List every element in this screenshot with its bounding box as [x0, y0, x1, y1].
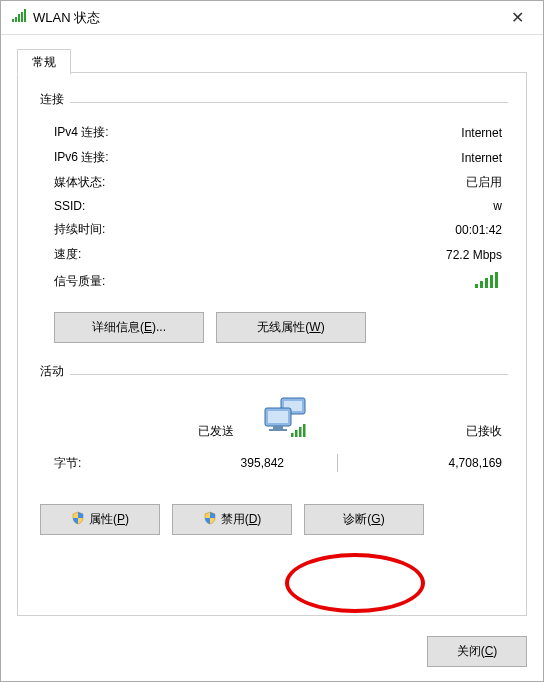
- wifi-signal-icon: [11, 8, 27, 27]
- tab-body-general: 连接 IPv4 连接: Internet IPv6 连接: Internet 媒…: [17, 72, 527, 616]
- value-ipv4: Internet: [234, 126, 508, 140]
- row-ssid: SSID: w: [40, 195, 508, 217]
- window-close-button[interactable]: ✕: [497, 4, 537, 32]
- value-ssid: w: [234, 199, 508, 213]
- label-media: 媒体状态:: [54, 174, 234, 191]
- close-button[interactable]: 关闭(C): [427, 636, 527, 667]
- label-signal: 信号质量:: [54, 273, 234, 290]
- svg-rect-13: [268, 411, 288, 423]
- activity-group-label: 活动: [40, 363, 64, 380]
- svg-rect-15: [269, 429, 287, 431]
- wireless-properties-button[interactable]: 无线属性(W): [216, 312, 366, 343]
- tab-general[interactable]: 常规: [17, 49, 71, 75]
- divider: [337, 454, 338, 472]
- properties-button[interactable]: 属性(P): [40, 504, 160, 535]
- wlan-status-dialog: WLAN 状态 ✕ 常规 连接 IPv4 连接: Internet IPv6 连…: [0, 0, 544, 682]
- window-title: WLAN 状态: [33, 9, 497, 27]
- label-ssid: SSID:: [54, 199, 234, 213]
- activity-recv-label: 已接收: [322, 423, 508, 440]
- row-speed: 速度: 72.2 Mbps: [40, 242, 508, 267]
- properties-button-label: 属性(P): [89, 511, 129, 528]
- disable-button-label: 禁用(D): [221, 511, 262, 528]
- svg-rect-19: [303, 424, 306, 437]
- close-icon: ✕: [511, 8, 524, 27]
- svg-rect-0: [12, 19, 14, 22]
- row-ipv6: IPv6 连接: Internet: [40, 145, 508, 170]
- svg-rect-6: [480, 281, 483, 288]
- connection-group-label: 连接: [40, 91, 64, 108]
- divider: [70, 374, 508, 375]
- svg-rect-2: [18, 14, 20, 22]
- network-computers-icon: [252, 396, 322, 440]
- svg-rect-17: [295, 430, 298, 437]
- dialog-content: 常规 连接 IPv4 连接: Internet IPv6 连接: Interne…: [1, 35, 543, 626]
- row-bytes: 字节: 395,842 4,708,169: [40, 444, 508, 476]
- activity-group-header: 活动: [40, 363, 508, 382]
- close-button-label: 关闭(C): [457, 644, 498, 658]
- diagnose-button[interactable]: 诊断(G): [304, 504, 424, 535]
- uac-shield-icon: [71, 511, 85, 528]
- value-media: 已启用: [234, 174, 508, 191]
- svg-rect-9: [495, 272, 498, 288]
- activity-columns: 已发送: [40, 392, 508, 444]
- details-button-label: 详细信息(E)...: [92, 320, 166, 334]
- disable-button[interactable]: 禁用(D): [172, 504, 292, 535]
- svg-rect-8: [490, 275, 493, 288]
- svg-rect-4: [24, 9, 26, 22]
- svg-rect-1: [15, 17, 17, 22]
- svg-rect-5: [475, 284, 478, 288]
- wireless-properties-button-label: 无线属性(W): [257, 320, 324, 334]
- svg-rect-16: [291, 433, 294, 437]
- uac-shield-icon: [203, 511, 217, 528]
- details-button[interactable]: 详细信息(E)...: [54, 312, 204, 343]
- divider: [70, 102, 508, 103]
- label-speed: 速度:: [54, 246, 234, 263]
- value-bytes-recv: 4,708,169: [372, 456, 508, 470]
- dialog-footer: 关闭(C): [1, 626, 543, 681]
- tab-strip: 常规: [17, 49, 527, 73]
- svg-rect-7: [485, 278, 488, 288]
- row-ipv4: IPv4 连接: Internet: [40, 120, 508, 145]
- titlebar: WLAN 状态 ✕: [1, 1, 543, 35]
- row-signal: 信号质量:: [40, 267, 508, 296]
- svg-rect-18: [299, 427, 302, 437]
- diagnose-button-label: 诊断(G): [343, 511, 384, 528]
- connection-group-header: 连接: [40, 91, 508, 110]
- value-ipv6: Internet: [234, 151, 508, 165]
- label-ipv6: IPv6 连接:: [54, 149, 234, 166]
- label-duration: 持续时间:: [54, 221, 234, 238]
- activity-sent-label: 已发送: [54, 423, 252, 440]
- row-media: 媒体状态: 已启用: [40, 170, 508, 195]
- svg-rect-14: [273, 426, 283, 429]
- svg-rect-3: [21, 12, 23, 22]
- row-duration: 持续时间: 00:01:42: [40, 217, 508, 242]
- label-ipv4: IPv4 连接:: [54, 124, 234, 141]
- label-bytes: 字节:: [54, 455, 154, 472]
- wifi-signal-icon: [474, 271, 500, 292]
- value-duration: 00:01:42: [234, 223, 508, 237]
- value-speed: 72.2 Mbps: [234, 248, 508, 262]
- value-bytes-sent: 395,842: [154, 456, 302, 470]
